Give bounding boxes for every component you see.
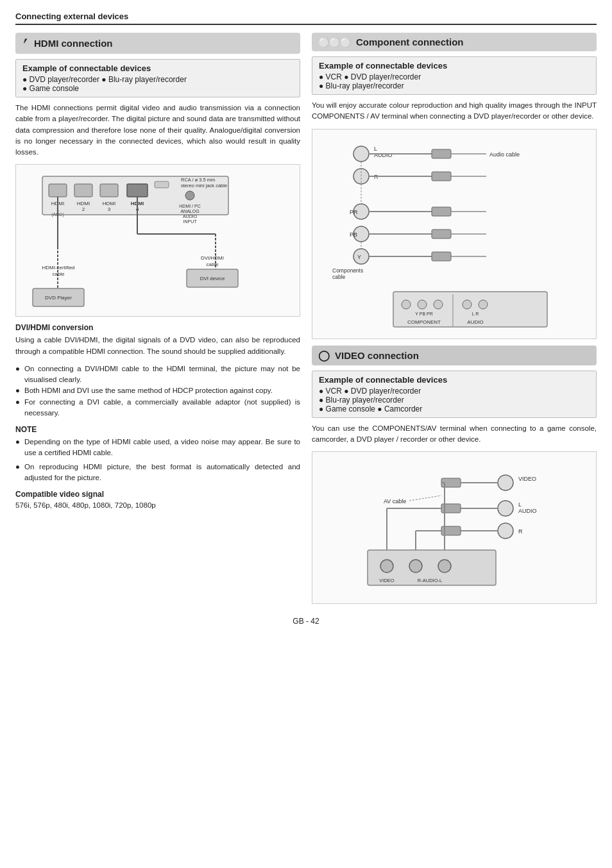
svg-point-81 (498, 501, 513, 516)
svg-text:COMPONENT: COMPONENT (407, 319, 441, 325)
svg-text:L    R: L R (472, 312, 479, 316)
note-bullet-2: On reproducing HDMI picture, the best fo… (15, 462, 300, 484)
svg-text:VIDEO: VIDEO (379, 578, 395, 583)
hdmi-example-item-1: DVD player/recorder ● Blu-ray player/rec… (22, 75, 293, 84)
on-text: On (24, 463, 34, 471)
component-example-item-2: Blu-ray player/recorder (319, 81, 590, 90)
svg-text:stereo mini jack cable: stereo mini jack cable (181, 183, 227, 188)
svg-text:Y: Y (357, 254, 361, 260)
svg-text:ANALOG: ANALOG (180, 209, 199, 213)
svg-text:L: L (374, 146, 377, 152)
svg-rect-50 (432, 207, 451, 216)
dvi-body-text: Using a cable DVI/HDMI, the digital sign… (15, 335, 300, 357)
video-diagram: VIDEO L AUDIO R AV cable (312, 451, 597, 604)
svg-rect-55 (432, 230, 451, 238)
svg-text:Audio cable: Audio cable (489, 151, 520, 158)
dvi-bullets: On connecting a DVI/HDMI cable to the HD… (15, 363, 300, 419)
svg-text:PB: PB (350, 231, 357, 238)
hdmi-example-list: DVD player/recorder ● Blu-ray player/rec… (22, 75, 293, 93)
component-example-list: VCR ● DVD player/recorder Blu-ray player… (319, 72, 590, 90)
svg-text:R-AUDIO-L: R-AUDIO-L (418, 578, 442, 583)
svg-point-72 (479, 300, 488, 309)
svg-text:INPUT: INPUT (183, 219, 198, 224)
component-section-header: ⚪⚪⚪ Component connection (312, 33, 597, 51)
svg-text:HDMI: HDMI (77, 201, 90, 206)
hdmi-diagram: HDMI 1 (ARC) HDMI 2 HDMI 3 HDMI 4 RCA / … (15, 164, 300, 317)
video-body-text: You can use the COMPONENTS/AV terminal w… (312, 423, 597, 446)
hdmi-header-label: HDMI connection (34, 38, 113, 49)
svg-text:HDMI: HDMI (103, 201, 115, 206)
hdmi-icon: ⎖ (22, 37, 29, 50)
compat-signal-text: 576i, 576p, 480i, 480p, 1080i, 720p, 108… (15, 501, 300, 509)
note-heading: NOTE (15, 425, 300, 434)
svg-rect-1 (49, 184, 67, 197)
svg-rect-39 (432, 149, 451, 158)
svg-point-35 (353, 146, 369, 162)
component-icon: ⚪⚪⚪ (318, 37, 351, 47)
note-bullet-1: Depending on the type of HDMI cable used… (15, 437, 300, 459)
hdmi-diagram-svg: HDMI 1 (ARC) HDMI 2 HDMI 3 HDMI 4 RCA / … (23, 170, 293, 311)
right-column: ⚪⚪⚪ Component connection Example of conn… (312, 33, 597, 610)
dvi-bullet-2: Both HDMI and DVI use the same method of… (15, 385, 300, 396)
compat-heading: Compatible video signal (15, 490, 300, 499)
hdmi-example-item-2: Game console (22, 84, 293, 93)
svg-text:AUDIO: AUDIO (374, 152, 393, 158)
svg-point-93 (380, 560, 393, 572)
dvi-bullet-3: For connecting a DVI cable, a commercial… (15, 397, 300, 419)
component-example-box: Example of connectable devices VCR ● DVD… (312, 56, 597, 95)
hdmi-section-header: ⎖ HDMI connection (15, 33, 300, 54)
component-example-item-1: VCR ● DVD player/recorder (319, 72, 590, 81)
svg-rect-5 (74, 184, 92, 197)
svg-point-67 (402, 300, 411, 309)
svg-text:DVD Player: DVD Player (45, 295, 72, 301)
svg-text:RCA / ø 3.5 mm: RCA / ø 3.5 mm (181, 177, 215, 183)
svg-text:AV cable: AV cable (384, 498, 406, 505)
svg-point-86 (498, 523, 513, 538)
hdmi-body-text: The HDMI connections permit digital vide… (15, 103, 300, 158)
svg-text:cable: cable (206, 262, 219, 267)
component-diagram: L AUDIO Audio cable R PR (312, 129, 597, 339)
svg-rect-8 (100, 184, 118, 197)
dvi-heading: DVI/HDMI conversion (15, 323, 300, 332)
svg-line-91 (409, 496, 441, 501)
svg-text:cable: cable (332, 274, 346, 280)
svg-point-17 (185, 191, 194, 200)
svg-text:DVI/HDMI: DVI/HDMI (201, 255, 224, 261)
svg-text:AUDIO: AUDIO (467, 319, 483, 325)
svg-text:3: 3 (108, 206, 111, 212)
component-body-text: You will enjoy accurate colour reproduct… (312, 100, 597, 122)
page-number: GB - 42 (15, 617, 597, 626)
svg-point-95 (409, 560, 422, 572)
svg-text:Components: Components (332, 267, 363, 274)
component-example-title: Example of connectable devices (319, 61, 590, 71)
svg-point-96 (438, 560, 451, 572)
hdmi-example-title: Example of connectable devices (22, 63, 293, 73)
video-example-item-1: VCR ● DVD player/recorder (319, 387, 590, 396)
svg-rect-11 (127, 184, 148, 197)
svg-text:DVI device: DVI device (200, 276, 225, 281)
video-example-item-2: Blu-ray player/recorder (319, 396, 590, 405)
svg-point-77 (498, 475, 513, 490)
svg-text:2: 2 (82, 206, 85, 212)
svg-point-69 (434, 300, 443, 309)
svg-text:R: R (518, 528, 523, 535)
video-example-title: Example of connectable devices (319, 375, 590, 385)
svg-text:cable: cable (52, 271, 65, 277)
page-title: Connecting external devices (15, 12, 597, 25)
svg-text:L: L (518, 501, 522, 508)
video-section-header: ◯ VIDEO connection (312, 346, 597, 365)
component-diagram-svg: L AUDIO Audio cable R PR (329, 135, 579, 333)
video-example-item-3: Game console ● Camcorder (319, 405, 590, 413)
svg-text:HDMI / PC: HDMI / PC (179, 204, 200, 208)
svg-rect-60 (432, 252, 451, 261)
page-container: Connecting external devices ⎖ HDMI conne… (15, 12, 597, 626)
video-header-label: VIDEO connection (335, 350, 419, 361)
svg-text:Y  PB  PR: Y PB PR (415, 312, 433, 316)
dvi-bullet-1: On connecting a DVI/HDMI cable to the HD… (15, 363, 300, 386)
svg-point-71 (463, 300, 472, 309)
svg-text:VIDEO: VIDEO (518, 476, 536, 482)
note-bullets: Depending on the type of HDMI cable used… (15, 437, 300, 483)
video-example-list: VCR ● DVD player/recorder Blu-ray player… (319, 387, 590, 413)
svg-text:AUDIO: AUDIO (183, 214, 198, 219)
left-column: ⎖ HDMI connection Example of connectable… (15, 33, 300, 610)
